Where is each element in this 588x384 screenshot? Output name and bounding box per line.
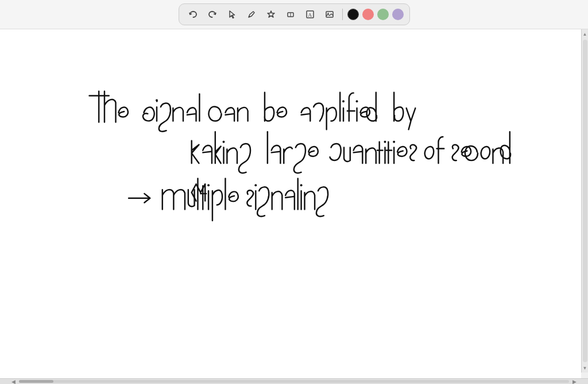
svg-point-6 — [327, 13, 328, 14]
redo-button[interactable] — [204, 6, 220, 22]
svg-text:A: A — [308, 12, 312, 18]
scroll-down-arrow[interactable]: ▼ — [582, 363, 589, 373]
horizontal-scroll-track[interactable] — [19, 380, 569, 383]
svg-point-8 — [342, 100, 345, 102]
canvas-area[interactable] — [0, 29, 581, 378]
svg-point-12 — [393, 141, 395, 143]
horizontal-scroll-thumb[interactable] — [19, 380, 53, 383]
pen-tool-button[interactable] — [243, 6, 260, 22]
svg-point-11 — [384, 141, 386, 143]
select-tool-button[interactable] — [224, 6, 240, 22]
bottom-scrollbar: ◀ ▶ — [0, 378, 588, 384]
right-scroll-track — [583, 40, 587, 362]
svg-point-14 — [207, 184, 210, 186]
svg-point-16 — [300, 184, 303, 186]
color-black[interactable] — [347, 9, 359, 20]
svg-point-7 — [156, 99, 158, 101]
svg-point-15 — [254, 184, 257, 186]
svg-point-10 — [223, 141, 225, 143]
scroll-left-arrow[interactable]: ◀ — [11, 379, 16, 385]
app-container: A — [0, 0, 588, 384]
toolbar-separator — [342, 9, 343, 20]
eraser-tool-button[interactable] — [283, 6, 299, 22]
toolbar: A — [0, 0, 588, 29]
right-scrollbar[interactable]: ▲ ▼ — [581, 29, 588, 373]
scroll-right-arrow[interactable]: ▶ — [572, 379, 577, 385]
undo-button[interactable] — [185, 6, 201, 22]
tools-button[interactable] — [263, 6, 279, 22]
text-tool-button[interactable]: A — [302, 6, 318, 22]
toolbar-inner: A — [179, 3, 410, 25]
color-green[interactable] — [377, 9, 389, 20]
color-pink[interactable] — [362, 9, 374, 20]
image-tool-button[interactable] — [322, 6, 338, 22]
color-purple[interactable] — [392, 9, 404, 20]
handwriting-canvas — [0, 29, 581, 378]
svg-point-9 — [356, 100, 358, 102]
scroll-up-arrow[interactable]: ▲ — [582, 29, 589, 39]
